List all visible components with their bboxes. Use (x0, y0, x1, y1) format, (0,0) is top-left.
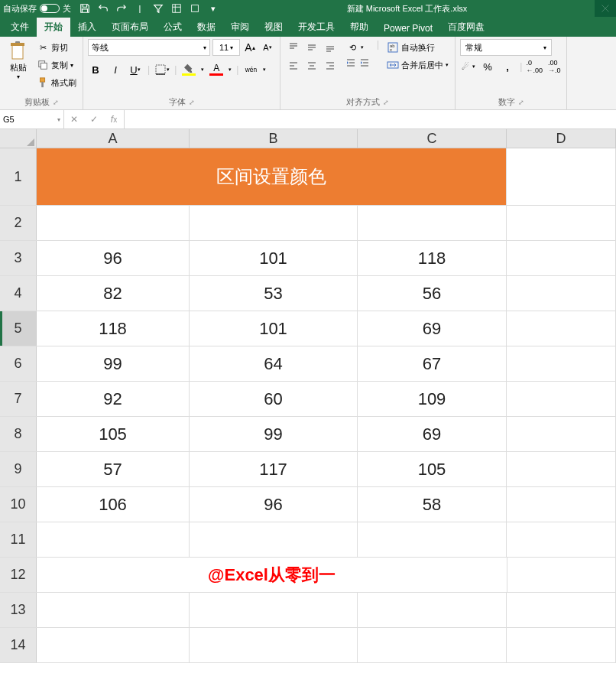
row-header-11[interactable]: 11 (0, 522, 37, 557)
phonetic-button[interactable]: wén (243, 62, 258, 77)
cell-D6[interactable] (507, 346, 616, 381)
cell-A7[interactable]: 92 (37, 382, 190, 416)
merge-center-button[interactable]: 合并后居中▾ (385, 57, 450, 73)
number-format-select[interactable]: 常规▾ (460, 39, 552, 56)
watermark-cell[interactable]: @Excel从零到一 (37, 558, 507, 592)
format-painter-button[interactable]: 格式刷 (35, 74, 78, 91)
cell-D11[interactable] (507, 522, 616, 557)
row-header-2[interactable]: 2 (0, 206, 37, 240)
cell-A8[interactable]: 105 (37, 417, 190, 451)
cell-A9[interactable]: 57 (37, 452, 190, 486)
cell-C11[interactable] (358, 522, 507, 557)
row-header-9[interactable]: 9 (0, 452, 37, 486)
cell-D2[interactable] (507, 206, 616, 240)
column-header-C[interactable]: C (358, 129, 507, 148)
chevron-down-icon[interactable]: ▾ (263, 67, 266, 73)
cell-D3[interactable] (507, 241, 616, 275)
cell-B9[interactable]: 117 (190, 452, 358, 486)
increase-font-button[interactable]: A▴ (242, 40, 258, 55)
cell-B7[interactable]: 60 (190, 382, 358, 416)
comma-button[interactable]: , (500, 59, 515, 74)
chevron-down-icon[interactable]: ▾ (201, 67, 204, 73)
row-header-8[interactable]: 8 (0, 417, 37, 451)
cell-B10[interactable]: 96 (190, 487, 358, 522)
copy-button[interactable]: 复制▾ (35, 57, 78, 73)
column-header-D[interactable]: D (507, 129, 616, 148)
row-header-3[interactable]: 3 (0, 241, 37, 275)
cell-A4[interactable]: 82 (37, 276, 190, 311)
cell-D7[interactable] (507, 382, 616, 416)
cell-C3[interactable]: 118 (358, 241, 507, 275)
row-header-5[interactable]: 5 (0, 311, 37, 346)
row-header-7[interactable]: 7 (0, 382, 37, 416)
align-right-button[interactable] (322, 57, 339, 74)
cell-C6[interactable]: 67 (358, 346, 507, 381)
insert-function-button[interactable]: fx (104, 110, 124, 128)
cell-B6[interactable]: 64 (190, 346, 358, 381)
align-bottom-button[interactable] (322, 39, 339, 56)
bold-button[interactable]: B (88, 62, 103, 77)
cell-D4[interactable] (507, 276, 616, 311)
tab-开始[interactable]: 开始 (37, 18, 70, 37)
row-header-4[interactable]: 4 (0, 276, 37, 311)
cell-C10[interactable]: 58 (358, 487, 507, 522)
row-header-13[interactable]: 13 (0, 593, 37, 627)
align-top-button[interactable] (285, 39, 302, 56)
cell-D14[interactable] (507, 628, 616, 662)
form-icon[interactable] (170, 2, 183, 15)
wrap-text-button[interactable]: abc自动换行 (385, 39, 450, 56)
row-header-1[interactable]: 1 (0, 148, 37, 205)
formula-input[interactable] (125, 110, 616, 128)
cell-A13[interactable] (37, 593, 190, 627)
cell-B4[interactable]: 53 (190, 276, 358, 311)
tab-插入[interactable]: 插入 (70, 18, 104, 37)
tab-百度网盘[interactable]: 百度网盘 (440, 18, 492, 37)
border-button[interactable]: ▾ (154, 62, 170, 77)
tab-视图[interactable]: 视图 (257, 18, 290, 37)
cell-A10[interactable]: 106 (37, 487, 190, 522)
increase-decimal-button[interactable]: .0←.00 (527, 59, 542, 74)
cell-B11[interactable] (190, 522, 358, 557)
row-header-6[interactable]: 6 (0, 346, 37, 381)
row-header-10[interactable]: 10 (0, 487, 37, 522)
cell-C5[interactable]: 69 (358, 311, 507, 346)
orientation-button[interactable]: ⟲▾ (345, 39, 371, 56)
cell-A2[interactable] (37, 206, 190, 240)
fill-color-button[interactable] (181, 62, 196, 77)
cell-B5[interactable]: 101 (190, 311, 358, 346)
underline-button[interactable]: U▾ (128, 62, 143, 77)
cell-A6[interactable]: 99 (37, 346, 190, 381)
select-all-corner[interactable] (0, 129, 37, 148)
tab-开发工具[interactable]: 开发工具 (290, 18, 342, 37)
merged-title-cell[interactable]: 区间设置颜色 (37, 148, 507, 205)
tab-文件[interactable]: 文件 (3, 18, 37, 37)
decrease-decimal-button[interactable]: .00→.0 (546, 59, 562, 74)
align-left-button[interactable] (285, 57, 302, 74)
cell-D12[interactable] (507, 558, 616, 592)
cell-B14[interactable] (190, 628, 358, 662)
decrease-indent-button[interactable] (345, 57, 357, 69)
cell-A5[interactable]: 118 (37, 311, 190, 346)
paste-button[interactable]: 粘贴 ▾ (5, 39, 32, 82)
cell-C2[interactable] (358, 206, 507, 240)
font-size-select[interactable]: 11▾ (212, 39, 240, 56)
filter-icon[interactable] (152, 2, 164, 15)
cancel-formula-button[interactable]: ✕ (64, 110, 84, 128)
chevron-down-icon[interactable]: ▾ (229, 67, 232, 73)
undo-icon[interactable] (97, 2, 109, 15)
font-color-button[interactable]: A (209, 62, 224, 77)
align-middle-button[interactable] (303, 39, 320, 56)
column-header-A[interactable]: A (37, 129, 190, 148)
cell-C14[interactable] (358, 628, 507, 662)
dialog-launcher-icon[interactable]: ⤢ (189, 99, 195, 106)
cell-A11[interactable] (37, 522, 190, 557)
cell-D10[interactable] (507, 487, 616, 522)
cell-D8[interactable] (507, 417, 616, 451)
increase-indent-button[interactable] (358, 57, 371, 69)
tab-帮助[interactable]: 帮助 (342, 18, 376, 37)
name-box[interactable]: G5▾ (0, 110, 64, 128)
accounting-format-button[interactable]: ☄▾ (460, 59, 475, 74)
italic-button[interactable]: I (108, 62, 123, 77)
dialog-launcher-icon[interactable]: ⤢ (518, 99, 524, 106)
redo-icon[interactable] (115, 2, 128, 15)
